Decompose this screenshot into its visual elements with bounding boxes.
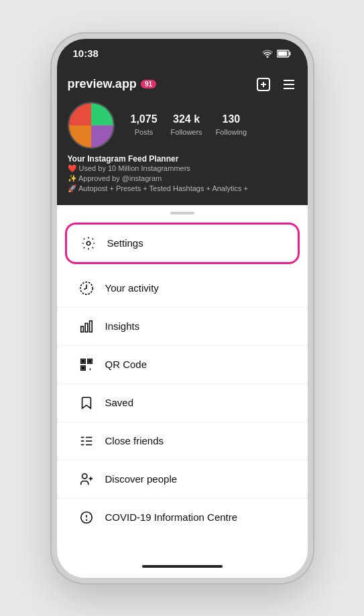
- followers-label: Followers: [171, 128, 202, 136]
- settings-item[interactable]: Settings: [65, 223, 300, 264]
- activity-icon: [78, 280, 95, 296]
- drawer-handle-row: [57, 205, 308, 219]
- battery-icon: [277, 50, 292, 58]
- status-time: 10:38: [73, 48, 99, 59]
- menu-item-covid[interactable]: COVID-19 Information Centre: [57, 499, 308, 536]
- status-icons: [262, 50, 292, 58]
- bio-area: Your Instagram Feed Planner ❤️ Used by 1…: [68, 154, 297, 194]
- wifi-icon: [262, 50, 273, 58]
- stats-row: 1,075 Posts 324 k Followers 130 Followin…: [131, 113, 247, 137]
- covid-label: COVID-19 Information Centre: [105, 511, 238, 523]
- drawer-area: Settings Your activity: [57, 205, 308, 578]
- profile-username-row: preview.app 91: [68, 77, 157, 91]
- svg-rect-13: [89, 320, 92, 332]
- discover-label: Discover people: [105, 473, 178, 485]
- posts-label: Posts: [135, 128, 154, 136]
- discover-people-icon: [78, 471, 95, 487]
- menu-item-activity[interactable]: Your activity: [57, 269, 308, 308]
- svg-rect-17: [88, 360, 90, 362]
- stat-followers: 324 k Followers: [171, 113, 202, 137]
- saved-icon: [78, 395, 95, 411]
- svg-rect-19: [82, 367, 84, 369]
- menu-item-saved[interactable]: Saved: [57, 384, 308, 422]
- home-indicator: [57, 555, 308, 578]
- followers-count: 324 k: [171, 113, 202, 125]
- bio-line-2: ✨ Approved by @instagram: [68, 174, 297, 184]
- svg-point-36: [86, 519, 86, 520]
- bio-line-1: ❤️ Used by 10 Million Instagrammers: [68, 164, 297, 174]
- phone-outer: 10:38: [0, 0, 364, 616]
- status-bar: 10:38: [57, 39, 308, 68]
- home-bar: [142, 565, 223, 568]
- menu-item-close-friends[interactable]: Close friends: [57, 422, 308, 460]
- svg-rect-2: [278, 51, 287, 56]
- qr-code-label: QR Code: [105, 359, 147, 370]
- svg-rect-12: [85, 323, 88, 332]
- svg-rect-15: [82, 360, 84, 362]
- svg-point-9: [86, 241, 90, 245]
- avatar: [68, 102, 115, 149]
- hamburger-menu-icon[interactable]: [281, 76, 297, 93]
- phone-frame: 10:38: [52, 34, 313, 583]
- qr-code-icon: [78, 357, 95, 373]
- posts-count: 1,075: [131, 113, 158, 125]
- saved-label: Saved: [105, 397, 134, 408]
- following-count: 130: [216, 113, 247, 125]
- bio-line-3: 🚀 Autopost + Presets + Tested Hashtags +…: [68, 184, 297, 194]
- stat-following: 130 Following: [216, 113, 247, 137]
- notification-badge: 91: [141, 80, 156, 88]
- menu-item-qr-code[interactable]: QR Code: [57, 346, 308, 384]
- activity-label: Your activity: [105, 282, 159, 294]
- insights-label: Insights: [105, 320, 140, 332]
- svg-rect-11: [80, 326, 83, 332]
- svg-point-31: [82, 473, 86, 478]
- settings-icon: [80, 235, 97, 251]
- following-label: Following: [216, 128, 247, 136]
- drawer-handle: [170, 212, 194, 214]
- menu-item-discover[interactable]: Discover people: [57, 460, 308, 499]
- covid-icon: [78, 509, 95, 526]
- profile-info-row: 1,075 Posts 324 k Followers 130 Followin…: [68, 102, 297, 149]
- close-friends-label: Close friends: [105, 435, 164, 446]
- menu-items-list: Your activity Insights: [57, 269, 308, 555]
- menu-item-insights[interactable]: Insights: [57, 308, 308, 346]
- insights-icon: [78, 318, 95, 334]
- svg-rect-1: [289, 52, 290, 55]
- stat-posts: 1,075 Posts: [131, 113, 158, 137]
- settings-label: Settings: [107, 237, 143, 249]
- profile-area: preview.app 91: [57, 68, 308, 205]
- add-post-icon[interactable]: [255, 76, 271, 93]
- close-friends-icon: [78, 433, 95, 449]
- profile-username: preview.app: [68, 77, 137, 91]
- profile-header-icons: [255, 76, 297, 93]
- bio-name: Your Instagram Feed Planner: [68, 154, 297, 164]
- profile-header: preview.app 91: [68, 76, 297, 93]
